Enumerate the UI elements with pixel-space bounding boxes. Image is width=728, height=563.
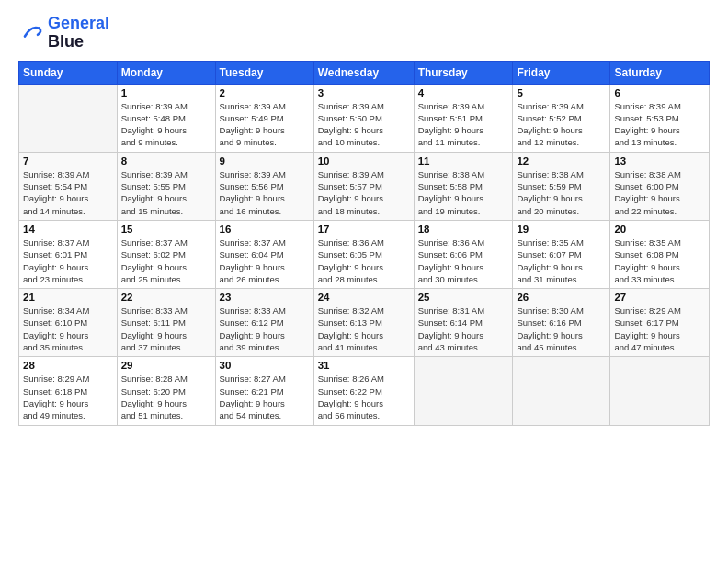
day-info: Sunrise: 8:29 AM Sunset: 6:18 PM Dayligh…: [23, 373, 113, 421]
calendar-cell: 11Sunrise: 8:38 AM Sunset: 5:58 PM Dayli…: [414, 152, 513, 220]
day-number: 30: [220, 360, 310, 371]
calendar-cell: 10Sunrise: 8:39 AM Sunset: 5:57 PM Dayli…: [313, 152, 414, 220]
day-number: 1: [121, 87, 211, 98]
calendar-table: SundayMondayTuesdayWednesdayThursdayFrid…: [18, 61, 710, 426]
day-info: Sunrise: 8:26 AM Sunset: 6:22 PM Dayligh…: [318, 373, 410, 421]
calendar-cell: 19Sunrise: 8:35 AM Sunset: 6:07 PM Dayli…: [513, 220, 610, 288]
day-info: Sunrise: 8:36 AM Sunset: 6:06 PM Dayligh…: [418, 236, 509, 285]
day-number: 3: [318, 87, 410, 98]
day-number: 8: [121, 155, 211, 167]
day-number: 25: [418, 292, 509, 303]
weekday-header-thursday: Thursday: [414, 61, 513, 84]
day-info: Sunrise: 8:39 AM Sunset: 5:49 PM Dayligh…: [220, 100, 310, 149]
day-info: Sunrise: 8:39 AM Sunset: 5:52 PM Dayligh…: [517, 100, 606, 149]
day-number: 22: [121, 292, 211, 303]
calendar-cell: [19, 84, 118, 152]
day-number: 26: [517, 292, 606, 303]
day-number: 15: [121, 224, 211, 235]
day-number: 12: [517, 155, 606, 167]
weekday-header-saturday: Saturday: [610, 61, 710, 84]
day-info: Sunrise: 8:33 AM Sunset: 6:11 PM Dayligh…: [121, 304, 211, 353]
calendar-cell: 28Sunrise: 8:29 AM Sunset: 6:18 PM Dayli…: [19, 357, 118, 425]
calendar-cell: 8Sunrise: 8:39 AM Sunset: 5:55 PM Daylig…: [117, 152, 215, 220]
weekday-header-monday: Monday: [117, 61, 215, 84]
calendar-cell: 25Sunrise: 8:31 AM Sunset: 6:14 PM Dayli…: [414, 289, 513, 357]
day-info: Sunrise: 8:30 AM Sunset: 6:16 PM Dayligh…: [517, 304, 606, 353]
day-number: 9: [220, 155, 310, 167]
calendar-cell: 7Sunrise: 8:39 AM Sunset: 5:54 PM Daylig…: [19, 152, 118, 220]
day-number: 13: [614, 155, 705, 167]
day-number: 31: [318, 360, 410, 371]
day-number: 24: [318, 292, 410, 303]
day-number: 17: [318, 224, 410, 235]
day-info: Sunrise: 8:38 AM Sunset: 5:59 PM Dayligh…: [517, 168, 606, 217]
day-info: Sunrise: 8:35 AM Sunset: 6:08 PM Dayligh…: [614, 236, 705, 285]
calendar-cell: 15Sunrise: 8:37 AM Sunset: 6:02 PM Dayli…: [117, 220, 215, 288]
day-number: 14: [23, 224, 113, 235]
page: General Blue SundayMondayTuesdayWednesda…: [0, 0, 728, 563]
day-info: Sunrise: 8:39 AM Sunset: 5:54 PM Dayligh…: [23, 168, 113, 217]
day-info: Sunrise: 8:39 AM Sunset: 5:57 PM Dayligh…: [318, 168, 410, 217]
weekday-header-friday: Friday: [513, 61, 610, 84]
day-number: 10: [318, 155, 410, 167]
day-number: 19: [517, 224, 606, 235]
day-number: 29: [121, 360, 211, 371]
calendar-cell: 27Sunrise: 8:29 AM Sunset: 6:17 PM Dayli…: [610, 289, 710, 357]
day-info: Sunrise: 8:29 AM Sunset: 6:17 PM Dayligh…: [614, 304, 705, 353]
day-number: 28: [23, 360, 113, 371]
calendar-cell: 23Sunrise: 8:33 AM Sunset: 6:12 PM Dayli…: [215, 289, 313, 357]
logo-text: General Blue: [48, 15, 109, 52]
calendar-cell: 16Sunrise: 8:37 AM Sunset: 6:04 PM Dayli…: [215, 220, 313, 288]
calendar-cell: 3Sunrise: 8:39 AM Sunset: 5:50 PM Daylig…: [313, 84, 414, 152]
calendar-cell: 1Sunrise: 8:39 AM Sunset: 5:48 PM Daylig…: [117, 84, 215, 152]
calendar-cell: 4Sunrise: 8:39 AM Sunset: 5:51 PM Daylig…: [414, 84, 513, 152]
weekday-header-sunday: Sunday: [19, 61, 118, 84]
day-number: 2: [220, 87, 310, 98]
day-number: 27: [614, 292, 705, 303]
calendar-cell: 18Sunrise: 8:36 AM Sunset: 6:06 PM Dayli…: [414, 220, 513, 288]
calendar-cell: 17Sunrise: 8:36 AM Sunset: 6:05 PM Dayli…: [313, 220, 414, 288]
logo: General Blue: [18, 15, 109, 52]
day-info: Sunrise: 8:36 AM Sunset: 6:05 PM Dayligh…: [318, 236, 410, 285]
calendar-week-row: 28Sunrise: 8:29 AM Sunset: 6:18 PM Dayli…: [19, 357, 710, 425]
calendar-cell: 30Sunrise: 8:27 AM Sunset: 6:21 PM Dayli…: [215, 357, 313, 425]
day-info: Sunrise: 8:39 AM Sunset: 5:51 PM Dayligh…: [418, 100, 509, 149]
day-number: 16: [220, 224, 310, 235]
day-number: 5: [517, 87, 606, 98]
calendar-week-row: 21Sunrise: 8:34 AM Sunset: 6:10 PM Dayli…: [19, 289, 710, 357]
day-info: Sunrise: 8:37 AM Sunset: 6:04 PM Dayligh…: [220, 236, 310, 285]
header: General Blue: [18, 15, 710, 52]
weekday-header-row: SundayMondayTuesdayWednesdayThursdayFrid…: [19, 61, 710, 84]
weekday-header-tuesday: Tuesday: [215, 61, 313, 84]
day-info: Sunrise: 8:34 AM Sunset: 6:10 PM Dayligh…: [23, 304, 113, 353]
day-info: Sunrise: 8:37 AM Sunset: 6:01 PM Dayligh…: [23, 236, 113, 285]
calendar-cell: 14Sunrise: 8:37 AM Sunset: 6:01 PM Dayli…: [19, 220, 118, 288]
day-number: 20: [614, 224, 705, 235]
calendar-week-row: 1Sunrise: 8:39 AM Sunset: 5:48 PM Daylig…: [19, 84, 710, 152]
day-info: Sunrise: 8:39 AM Sunset: 5:53 PM Dayligh…: [614, 100, 705, 149]
day-number: 6: [614, 87, 705, 98]
day-info: Sunrise: 8:39 AM Sunset: 5:55 PM Dayligh…: [121, 168, 211, 217]
calendar-cell: 22Sunrise: 8:33 AM Sunset: 6:11 PM Dayli…: [117, 289, 215, 357]
calendar-cell: [414, 357, 513, 425]
calendar-cell: [610, 357, 710, 425]
day-info: Sunrise: 8:38 AM Sunset: 5:58 PM Dayligh…: [418, 168, 509, 217]
day-info: Sunrise: 8:33 AM Sunset: 6:12 PM Dayligh…: [220, 304, 310, 353]
calendar-cell: 26Sunrise: 8:30 AM Sunset: 6:16 PM Dayli…: [513, 289, 610, 357]
day-info: Sunrise: 8:32 AM Sunset: 6:13 PM Dayligh…: [318, 304, 410, 353]
day-info: Sunrise: 8:35 AM Sunset: 6:07 PM Dayligh…: [517, 236, 606, 285]
calendar-cell: 12Sunrise: 8:38 AM Sunset: 5:59 PM Dayli…: [513, 152, 610, 220]
day-info: Sunrise: 8:38 AM Sunset: 6:00 PM Dayligh…: [614, 168, 705, 217]
day-info: Sunrise: 8:27 AM Sunset: 6:21 PM Dayligh…: [220, 373, 310, 421]
logo-icon: [18, 20, 44, 46]
day-number: 21: [23, 292, 113, 303]
calendar-cell: 24Sunrise: 8:32 AM Sunset: 6:13 PM Dayli…: [313, 289, 414, 357]
day-info: Sunrise: 8:28 AM Sunset: 6:20 PM Dayligh…: [121, 373, 211, 421]
calendar-cell: 6Sunrise: 8:39 AM Sunset: 5:53 PM Daylig…: [610, 84, 710, 152]
day-number: 18: [418, 224, 509, 235]
day-number: 23: [220, 292, 310, 303]
calendar-cell: 13Sunrise: 8:38 AM Sunset: 6:00 PM Dayli…: [610, 152, 710, 220]
calendar-cell: 29Sunrise: 8:28 AM Sunset: 6:20 PM Dayli…: [117, 357, 215, 425]
calendar-cell: 21Sunrise: 8:34 AM Sunset: 6:10 PM Dayli…: [19, 289, 118, 357]
calendar-week-row: 7Sunrise: 8:39 AM Sunset: 5:54 PM Daylig…: [19, 152, 710, 220]
